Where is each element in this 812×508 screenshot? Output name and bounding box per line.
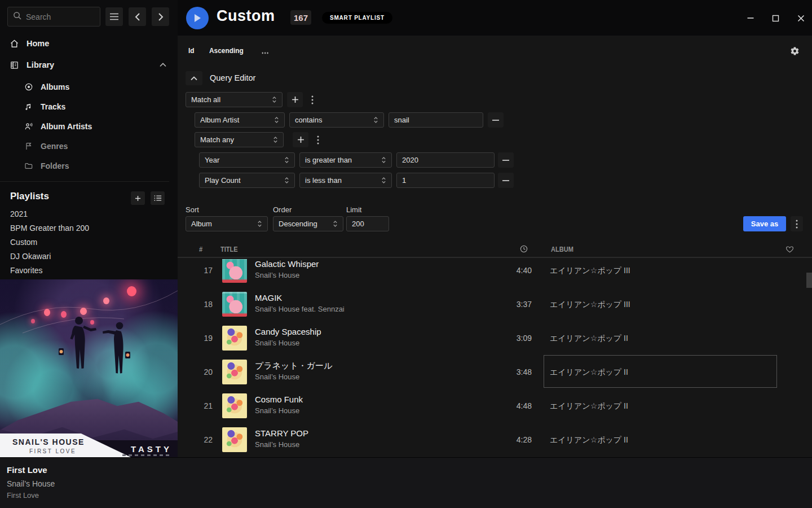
select-caret-icon: [284, 156, 289, 164]
menu-button[interactable]: [105, 7, 123, 26]
group-menu-button[interactable]: [307, 92, 317, 107]
rule-operator-select[interactable]: is less than: [299, 173, 392, 188]
playlist-list-button[interactable]: [151, 191, 165, 205]
select-caret-icon: [257, 220, 262, 228]
sidebar-item-home[interactable]: Home: [0, 36, 178, 51]
track-duration: 4:28: [491, 423, 532, 457]
artist-icon: [24, 122, 33, 131]
page-title: Custom: [217, 7, 275, 25]
search-icon: [13, 11, 21, 22]
rule-value-input[interactable]: [396, 152, 495, 168]
playlist-item[interactable]: BPM Greater than 200: [10, 224, 89, 233]
track-list: 17 Galactic Whisper Snail’s House 4:40 エ…: [178, 259, 812, 457]
add-rule-button[interactable]: [293, 132, 308, 147]
select-caret-icon: [272, 95, 277, 104]
maximize-button[interactable]: [771, 14, 780, 23]
album-thumbnail: [222, 326, 247, 351]
query-editor-collapse-button[interactable]: [186, 71, 202, 85]
nav-back-button[interactable]: [129, 7, 146, 26]
rule-operator-select[interactable]: contains: [289, 112, 384, 128]
sidebar-item-albums[interactable]: Albums: [0, 80, 178, 94]
sidebar-item-genres[interactable]: Genres: [0, 139, 178, 154]
track-title: プラネット・ガール: [255, 361, 332, 371]
scrollbar-thumb[interactable]: [806, 273, 812, 288]
rule-operator-select[interactable]: is greater than: [299, 152, 392, 168]
sidebar-item-library[interactable]: Library: [0, 57, 178, 73]
more-sort-options-button[interactable]: [262, 47, 268, 56]
sidebar-item-folders[interactable]: Folders: [0, 159, 178, 173]
remove-rule-button[interactable]: [488, 112, 504, 128]
limit-input[interactable]: [346, 216, 389, 231]
track-table-header: # TITLE ALBUM: [178, 241, 812, 258]
remove-rule-button[interactable]: [498, 173, 514, 188]
query-editor-title: Query Editor: [210, 73, 255, 82]
track-title: Candy Spaceship: [255, 327, 321, 336]
ellipsis-icon: [262, 52, 268, 54]
sort-value: Album: [191, 220, 212, 228]
sort-select[interactable]: Album: [186, 216, 268, 231]
favorite-column-icon[interactable]: [785, 245, 794, 255]
player-bar: First Love Snail’s House First Love 0:00…: [0, 457, 812, 508]
sidebar-item-album-artists[interactable]: Album Artists: [0, 119, 178, 134]
search-input[interactable]: [26, 12, 88, 21]
chevron-up-icon[interactable]: [160, 63, 166, 67]
track-duration: 3:37: [491, 287, 532, 321]
match-mode-value: Match all: [191, 95, 220, 104]
sort-direction-control[interactable]: Ascending: [209, 46, 244, 55]
track-row[interactable]: 21 Cosmo Funk Snail’s House 4:48 エイリアン☆ポ…: [178, 389, 812, 423]
plus-icon: [297, 136, 304, 143]
playlists-heading: Playlists: [10, 191, 49, 202]
sidebar-item-label: Home: [27, 39, 49, 48]
search-box[interactable]: [7, 7, 100, 27]
rule-field-select[interactable]: Album Artist: [195, 112, 285, 128]
track-row[interactable]: 22 STARRY POP Snail’s House 4:28 エイリアン☆ポ…: [178, 423, 812, 457]
track-artist: Snail’s House feat. Sennzai: [255, 305, 345, 313]
sidebar: Home Library Albums Tracks Album Artists…: [0, 0, 178, 457]
add-rule-button[interactable]: [287, 92, 303, 107]
playlist-item[interactable]: DJ Okawari: [10, 252, 51, 261]
track-row[interactable]: 20 プラネット・ガール Snail’s House 3:48 エイリアン☆ポッ…: [178, 355, 812, 389]
column-number[interactable]: #: [199, 245, 202, 253]
save-as-button[interactable]: Save as: [743, 216, 786, 231]
playlist-item[interactable]: Favorites: [10, 266, 43, 275]
heart-icon: [785, 245, 794, 253]
select-caret-icon: [373, 116, 378, 124]
limit-label: Limit: [346, 205, 361, 214]
rule-field-select[interactable]: Year: [199, 152, 295, 168]
duration-column-icon[interactable]: [520, 245, 528, 255]
minus-icon: [502, 180, 509, 181]
track-row[interactable]: 19 Candy Spaceship Snail’s House 3:09 エイ…: [178, 321, 812, 355]
match-mode-select[interactable]: Match any: [195, 132, 284, 147]
rule-value-input[interactable]: [396, 173, 495, 188]
save-menu-button[interactable]: [791, 216, 803, 231]
minimize-button[interactable]: [746, 14, 755, 23]
rule-operator-value: is greater than: [305, 156, 352, 164]
select-caret-icon: [274, 116, 279, 124]
match-mode-select[interactable]: Match all: [186, 92, 283, 107]
album-art-title: FIRST LOVE: [29, 448, 76, 454]
sidebar-item-tracks[interactable]: Tracks: [0, 99, 178, 114]
playlist-item[interactable]: 2021: [10, 209, 28, 218]
track-artist: Snail’s House: [255, 440, 299, 449]
add-playlist-button[interactable]: [131, 191, 145, 205]
rule-field-select[interactable]: Play Count: [199, 173, 295, 188]
play-playlist-button[interactable]: [186, 7, 209, 29]
order-select[interactable]: Descending: [273, 216, 343, 231]
playlist-item[interactable]: Custom: [10, 238, 37, 247]
sort-field-control[interactable]: Id: [188, 46, 195, 55]
settings-button[interactable]: [790, 46, 800, 58]
nav-forward-button[interactable]: [152, 7, 169, 26]
remove-rule-button[interactable]: [498, 152, 514, 168]
column-title[interactable]: TITLE: [220, 245, 238, 253]
track-row[interactable]: 18 MAGIK Snail’s House feat. Sennzai 3:3…: [178, 287, 812, 321]
group-menu-button[interactable]: [313, 132, 323, 147]
rule-value-input[interactable]: [389, 112, 483, 128]
column-album[interactable]: ALBUM: [551, 245, 573, 253]
track-row[interactable]: 17 Galactic Whisper Snail’s House 4:40 エ…: [178, 259, 812, 287]
sidebar-item-label: Tracks: [41, 102, 65, 111]
album-art-figures: [0, 279, 178, 457]
track-count-badge: 167: [290, 10, 311, 25]
clock-icon: [520, 245, 528, 253]
close-button[interactable]: [796, 14, 805, 23]
chevron-left-icon: [135, 13, 140, 21]
